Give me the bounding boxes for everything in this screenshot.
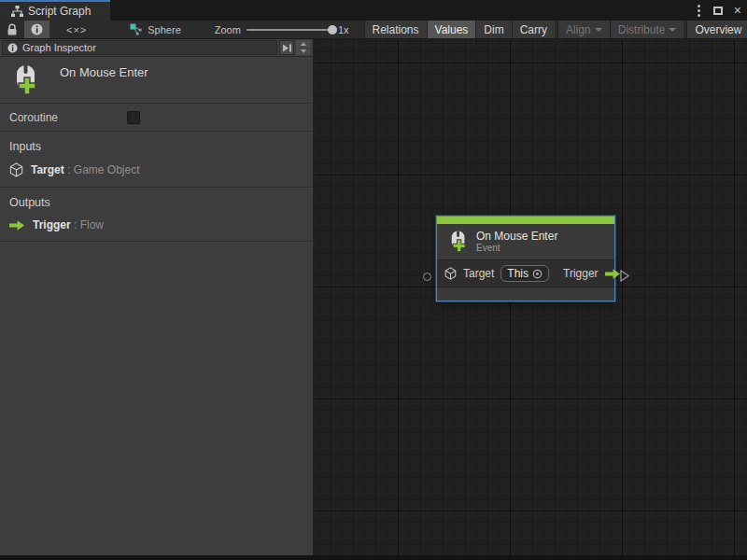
node-subtitle: Event — [476, 243, 557, 254]
zoom-label: Zoom — [215, 24, 241, 35]
target-picker-icon — [532, 269, 543, 279]
node-title: On Mouse Enter — [476, 230, 557, 243]
script-graph-window: Script Graph × <×> Sphere Zoom — [0, 0, 747, 560]
graph-toolbar: <×> Sphere Zoom 1x Relations Values Dim … — [0, 21, 747, 39]
spinner-down-button[interactable] — [296, 49, 311, 56]
zoom-value: 1x — [338, 24, 349, 35]
tab-label: Script Graph — [28, 5, 91, 18]
target-value-chip[interactable]: This — [500, 265, 549, 282]
graph-reference-button[interactable]: Sphere — [117, 21, 190, 38]
input-type: : Game Object — [67, 163, 139, 176]
zoom-control: Zoom 1x — [190, 21, 357, 38]
toolbar-button-distribute[interactable]: Distribute — [610, 21, 684, 38]
spinner-up-button[interactable] — [296, 40, 311, 48]
cube-icon — [9, 162, 23, 177]
inspector-title-field[interactable]: Graph Inspector — [2, 40, 277, 55]
toolbar-button-align[interactable]: Align — [557, 21, 610, 38]
graph-canvas[interactable]: On Mouse Enter Event Target This Trigger — [314, 39, 747, 555]
graph-inspector-panel: Graph Inspector On Mouse Enter Coroutine — [0, 39, 314, 555]
toolbar-toggle-group: Relations Values Dim Carry Align Distrib… — [364, 21, 747, 38]
mouse-enter-event-icon — [446, 230, 468, 254]
graph-hierarchy-icon — [11, 6, 23, 18]
toolbar-button-overview[interactable]: Overview — [686, 21, 747, 38]
mouse-enter-event-icon — [9, 63, 39, 97]
toolbar-button-carry[interactable]: Carry — [512, 21, 555, 38]
zoom-slider-thumb[interactable] — [328, 25, 337, 35]
info-icon — [31, 23, 43, 35]
input-port-row: Target : Game Object — [9, 162, 303, 177]
coroutine-row: Coroutine — [0, 104, 313, 132]
output-port-row: Trigger : Flow — [9, 218, 303, 231]
input-name: Target — [31, 163, 64, 176]
maximize-icon[interactable] — [713, 7, 723, 15]
code-icon: <×> — [66, 24, 87, 35]
inputs-heading: Inputs — [9, 140, 303, 153]
node-color-bar — [437, 217, 614, 224]
event-title: On Mouse Enter — [60, 63, 148, 79]
arrow-down-icon — [301, 49, 306, 53]
inspector-toggle-button[interactable] — [24, 21, 49, 38]
node-header[interactable]: On Mouse Enter Event — [437, 224, 614, 259]
inspector-title: Graph Inspector — [22, 42, 96, 53]
window-bottom-edge — [0, 555, 747, 560]
toolbar-button-values[interactable]: Values — [427, 21, 476, 38]
output-type: : Flow — [74, 218, 104, 231]
node-port-row: Target This Trigger — [437, 260, 614, 287]
node-footer — [437, 287, 614, 301]
inspector-header: Graph Inspector — [0, 39, 313, 57]
node-output-label: Trigger — [563, 267, 599, 280]
outputs-section: Outputs Trigger : Flow — [0, 188, 313, 242]
graph-reference-label: Sphere — [148, 24, 180, 35]
outputs-heading: Outputs — [9, 196, 303, 209]
code-view-button[interactable]: <×> — [49, 21, 104, 38]
coroutine-label: Coroutine — [9, 111, 58, 124]
toolbar-button-relations[interactable]: Relations — [364, 21, 427, 38]
node-input-port[interactable] — [423, 273, 431, 281]
chevron-down-icon — [595, 28, 602, 32]
panel-spinner — [296, 40, 311, 55]
coroutine-checkbox[interactable] — [127, 111, 140, 124]
node-input-label: Target — [463, 267, 494, 280]
lock-icon[interactable] — [0, 21, 24, 38]
info-icon — [7, 43, 18, 53]
chevron-down-icon — [669, 28, 676, 32]
dock-icon — [282, 44, 292, 52]
on-mouse-enter-node[interactable]: On Mouse Enter Event Target This Trigger — [436, 216, 615, 301]
zoom-slider[interactable] — [247, 29, 332, 31]
inputs-section: Inputs Target : Game Object — [0, 132, 313, 188]
flow-arrow-icon — [9, 219, 25, 231]
tab-script-graph[interactable]: Script Graph — [0, 0, 110, 21]
output-name: Trigger — [33, 218, 71, 231]
node-output-port[interactable] — [620, 270, 629, 282]
toolbar-button-dim[interactable]: Dim — [475, 21, 511, 38]
tab-bar: Script Graph × — [0, 0, 747, 21]
close-icon[interactable]: × — [732, 4, 743, 17]
graph-node-icon — [130, 23, 143, 35]
cube-icon — [444, 267, 457, 280]
dock-panel-button[interactable] — [279, 40, 294, 55]
window-menu-icon[interactable] — [694, 3, 704, 19]
event-title-section: On Mouse Enter — [0, 57, 313, 104]
flow-arrow-icon — [605, 268, 621, 280]
arrow-up-icon — [301, 42, 306, 46]
